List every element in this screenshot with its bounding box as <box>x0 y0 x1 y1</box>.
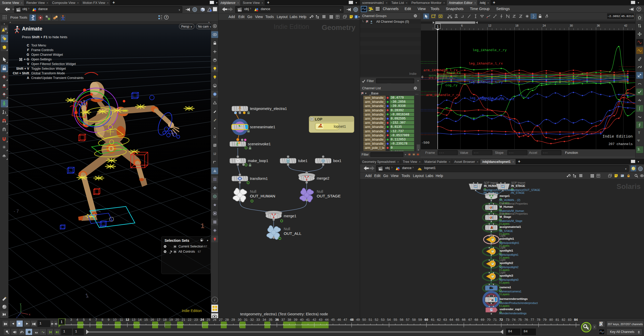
svg-text:?: ? <box>638 7 640 11</box>
svg-text:84: 84 <box>574 318 578 322</box>
svg-text:51: 51 <box>369 318 372 322</box>
svg-text:81: 81 <box>556 318 559 322</box>
svg-text:assignmaterial1: assignmaterial1 <box>500 225 521 228</box>
svg-text:24: 24 <box>543 24 546 27</box>
svg-text:18: 18 <box>515 24 518 27</box>
svg-text:82: 82 <box>562 318 565 322</box>
svg-text:61: 61 <box>431 318 435 322</box>
svg-text:52: 52 <box>375 318 378 322</box>
svg-text:55: 55 <box>394 318 397 322</box>
svg-text:54: 54 <box>387 318 391 322</box>
svg-text:31: 31 <box>244 318 248 322</box>
svg-text:merge2: merge2 <box>317 176 329 180</box>
svg-text:cog_ry: cog_ry <box>445 83 458 87</box>
svg-text:x: x <box>29 313 30 316</box>
svg-text:46: 46 <box>337 318 341 322</box>
svg-text:25: 25 <box>207 318 210 322</box>
svg-text:57: 57 <box>406 318 410 322</box>
svg-text:M_Stage: M_Stage <box>500 215 511 218</box>
svg-text:29: 29 <box>231 318 235 322</box>
svg-text:78: 78 <box>537 318 540 322</box>
svg-text:/Render/rendersettings: /Render/rendersettings <box>499 312 527 315</box>
svg-text:12: 12 <box>213 135 216 138</box>
svg-text:21: 21 <box>182 318 185 322</box>
svg-text:49: 49 <box>356 318 360 322</box>
svg-text:75: 75 <box>518 318 522 322</box>
svg-text:camera1: camera1 <box>500 286 511 289</box>
svg-text:IN_STAGE: IN_STAGE <box>511 184 525 187</box>
svg-text:60: 60 <box>425 318 428 322</box>
svg-text:13: 13 <box>132 318 135 322</box>
svg-text:41: 41 <box>306 318 310 322</box>
svg-text:73: 73 <box>506 318 509 322</box>
svg-text:63: 63 <box>443 318 447 322</box>
svg-text:3 Layers: 3 Layers <box>499 281 509 284</box>
svg-text:leg_ikhandle_l_rx: leg_ikhandle_l_rx <box>469 62 503 66</box>
svg-text:42: 42 <box>624 24 627 27</box>
svg-text:1: 1 <box>201 222 204 230</box>
svg-text:leg_ikhandle_r_ry: leg_ikhandle_r_ry <box>472 48 507 52</box>
svg-text:38: 38 <box>288 318 291 322</box>
svg-text:30: 30 <box>570 24 573 27</box>
svg-text:LOP: LOP <box>315 117 322 121</box>
svg-text:42: 42 <box>313 318 316 322</box>
svg-text:OUT_STAGE: OUT_STAGE <box>317 194 341 198</box>
svg-text:40: 40 <box>300 318 304 322</box>
svg-text:20: 20 <box>175 318 179 322</box>
svg-text:5: 5 <box>83 318 85 322</box>
svg-text:65: 65 <box>456 318 459 322</box>
svg-text:P: P <box>239 142 240 144</box>
svg-text:spotlight2: spotlight2 <box>500 261 513 265</box>
svg-text:67: 67 <box>468 318 472 322</box>
svg-text:5 Layers: 5 Layers <box>499 304 509 307</box>
svg-text:64: 64 <box>450 318 453 322</box>
svg-text:83: 83 <box>568 318 572 322</box>
svg-text:7: 7 <box>95 318 97 322</box>
svg-text:28: 28 <box>225 318 229 322</box>
svg-text:56: 56 <box>400 318 403 322</box>
svg-text:transform1: transform1 <box>250 177 268 181</box>
svg-text:box1: box1 <box>333 159 341 163</box>
svg-text:62: 62 <box>437 318 441 322</box>
svg-text:4: 4 <box>77 318 78 322</box>
svg-text:45: 45 <box>331 318 335 322</box>
svg-text:39: 39 <box>294 318 297 322</box>
svg-text:head_rx: head_rx <box>447 71 461 75</box>
svg-text:76: 76 <box>524 318 528 322</box>
svg-text:77: 77 <box>531 318 534 322</box>
svg-text:6: 6 <box>89 318 91 322</box>
svg-text:23: 23 <box>194 318 198 322</box>
svg-text:19: 19 <box>169 318 173 322</box>
svg-text:72: 72 <box>499 318 503 322</box>
svg-text:12: 12 <box>213 153 216 155</box>
svg-text:53: 53 <box>381 318 385 322</box>
svg-text:17: 17 <box>157 318 160 322</box>
svg-text:merge1: merge1 <box>284 214 296 218</box>
svg-text:18: 18 <box>163 318 167 322</box>
svg-text:z: z <box>16 316 18 318</box>
svg-text:spotlight3: spotlight3 <box>500 274 513 277</box>
svg-text:M_Human: M_Human <box>500 205 513 208</box>
svg-text:SOP Import: SOP Import <box>484 181 498 184</box>
svg-text:Edit Material Properties: Edit Material Properties <box>500 212 528 215</box>
svg-text:74: 74 <box>512 318 516 322</box>
svg-text:Light: Light <box>500 234 506 237</box>
svg-text:Null: Null <box>284 227 290 231</box>
svg-text:16: 16 <box>150 318 154 322</box>
svg-text:66: 66 <box>462 318 466 322</box>
svg-text:leg_ikhandle_r_rz: leg_ikhandle_r_rz <box>480 97 515 101</box>
svg-text:71: 71 <box>493 318 497 322</box>
svg-text:pointlight1: pointlight1 <box>500 237 514 240</box>
svg-text:34: 34 <box>263 318 266 322</box>
svg-text:27: 27 <box>219 318 223 322</box>
svg-text:37: 37 <box>281 318 285 322</box>
svg-text:69: 69 <box>481 318 484 322</box>
svg-text:12: 12 <box>126 318 129 322</box>
svg-text:48: 48 <box>350 318 354 322</box>
svg-text:9: 9 <box>108 318 110 322</box>
svg-text:Null: Null <box>250 189 256 194</box>
svg-text:y: y <box>20 302 21 305</box>
svg-text:36: 36 <box>275 318 279 322</box>
svg-text:30: 30 <box>238 318 241 322</box>
svg-text:spine_mid_ry: spine_mid_ry <box>429 74 447 77</box>
